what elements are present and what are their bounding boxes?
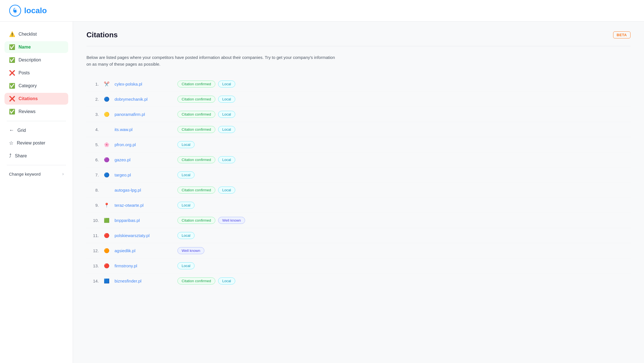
citation-favicon: 🟦: [103, 278, 110, 284]
citation-link[interactable]: biznesfinder.pl: [115, 279, 171, 283]
sidebar-item-citations[interactable]: ❌ Citations: [4, 93, 68, 105]
citation-link[interactable]: cylex-polska.pl: [115, 82, 171, 86]
page-header: Citations BETA: [86, 31, 631, 39]
citation-badges: Citation confirmedLocal: [177, 156, 235, 163]
citation-number: 9.: [89, 203, 99, 208]
citation-number: 3.: [89, 112, 99, 117]
citation-badges: Local: [177, 141, 195, 148]
citation-badges: Citation confirmedWell known: [177, 217, 245, 224]
citation-badges: Citation confirmedLocal: [177, 81, 235, 88]
badge-local: Local: [177, 232, 195, 239]
citation-badges: Citation confirmedLocal: [177, 111, 235, 118]
citation-row: 5.🌸pfron.org.plLocal: [86, 137, 631, 152]
badge-local: Local: [177, 262, 195, 269]
citation-row: 1.✂️cylex-polska.plCitation confirmedLoc…: [86, 77, 631, 92]
citation-number: 7.: [89, 173, 99, 177]
badge-local: Local: [218, 187, 235, 194]
logo-text: localo: [24, 6, 47, 15]
sidebar-item-category-label: Category: [19, 83, 37, 88]
citation-link[interactable]: panoramafirm.pl: [115, 112, 171, 117]
badge-confirmed: Citation confirmed: [177, 96, 215, 103]
citations-list: 1.✂️cylex-polska.plCitation confirmedLoc…: [86, 77, 631, 288]
citation-link[interactable]: bnpparibas.pl: [115, 218, 171, 223]
sidebar-item-checklist-label: Checklist: [19, 32, 37, 37]
badge-local: Local: [218, 111, 235, 118]
check-icon-reviews: ✅: [9, 109, 15, 115]
citation-link[interactable]: autogas-lpg.pl: [115, 188, 171, 192]
arrow-left-icon: ←: [9, 127, 14, 133]
citation-badges: Local: [177, 262, 195, 269]
sidebar-item-posts[interactable]: ❌ Posts: [4, 67, 68, 79]
sidebar-divider-2: [7, 165, 66, 165]
sidebar-item-share-label: Share: [15, 153, 27, 158]
logo[interactable]: localo: [9, 4, 47, 17]
star-icon: ☆: [9, 140, 13, 146]
sidebar-item-category[interactable]: ✅ Category: [4, 80, 68, 92]
citation-row: 6.🟣gazeo.plCitation confirmedLocal: [86, 152, 631, 167]
sidebar-item-checklist[interactable]: ⚠️ Checklist: [4, 28, 68, 40]
citation-link[interactable]: its.waw.pl: [115, 127, 171, 132]
badge-well-known: Well known: [218, 217, 245, 224]
sidebar: ⚠️ Checklist ✅ Name ✅ Description ❌ Post…: [0, 22, 73, 363]
citation-row: 3.🟡panoramafirm.plCitation confirmedLoca…: [86, 107, 631, 122]
citation-favicon: 🟣: [103, 157, 110, 163]
citation-link[interactable]: agsiedlik.pl: [115, 248, 171, 253]
citation-link[interactable]: targeo.pl: [115, 173, 171, 177]
badge-well-known: Well known: [177, 247, 204, 254]
citation-row: 11.🔴polskiewarsztaty.plLocal: [86, 228, 631, 243]
citation-row: 10.🟩bnpparibas.plCitation confirmedWell …: [86, 213, 631, 228]
citation-favicon: 🔴: [103, 263, 110, 269]
citation-favicon: 🟩: [103, 217, 110, 224]
citation-link[interactable]: dobrymechanik.pl: [115, 97, 171, 102]
citation-badges: Local: [177, 202, 195, 209]
citation-link[interactable]: teraz-otwarte.pl: [115, 203, 171, 208]
badge-local: Local: [177, 171, 195, 178]
x-icon-posts: ❌: [9, 70, 15, 76]
citation-row: 4.its.waw.plCitation confirmedLocal: [86, 122, 631, 137]
citation-link[interactable]: polskiewarsztaty.pl: [115, 233, 171, 238]
chevron-right-icon: ›: [62, 171, 64, 176]
sidebar-divider: [7, 121, 66, 121]
sidebar-item-review-poster[interactable]: ☆ Review poster: [4, 137, 68, 149]
sidebar-item-review-poster-label: Review poster: [17, 141, 45, 146]
sidebar-item-description[interactable]: ✅ Description: [4, 54, 68, 66]
badge-confirmed: Citation confirmed: [177, 187, 215, 194]
citation-row: 12.🟠agsiedlik.plWell known: [86, 243, 631, 258]
citation-favicon: 🔵: [103, 172, 110, 178]
sidebar-item-grid-label: Grid: [17, 128, 26, 133]
citation-number: 6.: [89, 157, 99, 162]
citation-link[interactable]: pfron.org.pl: [115, 142, 171, 147]
citation-number: 10.: [89, 218, 99, 223]
citation-favicon: 🟠: [103, 247, 110, 254]
citation-badges: Citation confirmedLocal: [177, 126, 235, 133]
sidebar-item-reviews[interactable]: ✅ Reviews: [4, 106, 68, 118]
citation-favicon: 🌸: [103, 141, 110, 148]
share-icon: ⤴: [9, 153, 12, 159]
sidebar-item-posts-label: Posts: [19, 70, 30, 75]
sidebar-item-grid[interactable]: ← Grid: [4, 125, 68, 136]
sidebar-item-change-keyword[interactable]: Change keyword ›: [4, 169, 68, 179]
citation-number: 14.: [89, 279, 99, 283]
citation-row: 9.📍teraz-otwarte.plLocal: [86, 198, 631, 213]
citation-link[interactable]: gazeo.pl: [115, 157, 171, 162]
sidebar-item-name-label: Name: [19, 45, 31, 50]
citation-link[interactable]: firmstrony.pl: [115, 263, 171, 268]
citation-row: 14.🟦biznesfinder.plCitation confirmedLoc…: [86, 274, 631, 288]
sidebar-item-citations-label: Citations: [19, 96, 38, 101]
badge-confirmed: Citation confirmed: [177, 217, 215, 224]
sidebar-item-name[interactable]: ✅ Name: [4, 41, 68, 53]
badge-confirmed: Citation confirmed: [177, 156, 215, 163]
citation-row: 13.🔴firmstrony.plLocal: [86, 258, 631, 274]
citation-favicon: [103, 126, 110, 133]
page-title: Citations: [86, 31, 118, 39]
citation-favicon: 🔴: [103, 232, 110, 239]
badge-confirmed: Citation confirmed: [177, 126, 215, 133]
citation-favicon: [103, 187, 110, 194]
citation-favicon: 📍: [103, 202, 110, 209]
sidebar-item-share[interactable]: ⤴ Share: [4, 150, 68, 162]
sidebar-item-reviews-label: Reviews: [19, 109, 35, 114]
citation-badges: Citation confirmedLocal: [177, 187, 235, 194]
badge-local: Local: [218, 96, 235, 103]
badge-local: Local: [177, 141, 195, 148]
check-icon-description: ✅: [9, 57, 15, 63]
